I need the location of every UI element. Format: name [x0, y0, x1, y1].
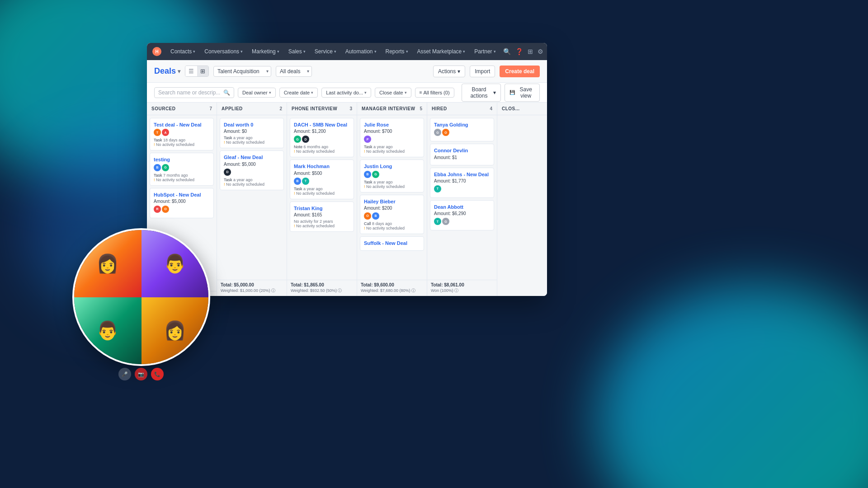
list-view-button[interactable]: ☰ — [185, 66, 197, 76]
settings-icon[interactable]: ⚙ — [538, 48, 543, 55]
deal-card-suffolk[interactable]: Suffolk - New Deal — [360, 236, 424, 251]
column-applied-total: Total: $5,000.00 — [221, 282, 283, 287]
deal-card-tanya-golding[interactable]: Tanya Golding G O — [430, 118, 494, 141]
deal-card-connor-devlin[interactable]: Connor Devlin Amount: $1 — [430, 144, 494, 165]
nav-sales[interactable]: Sales ▾ — [285, 47, 309, 56]
avatar: B — [372, 212, 379, 220]
deal-card-test-deal[interactable]: Test deal - New Deal T A Task 18 days ag… — [150, 118, 214, 150]
deal-card-ebba-johns[interactable]: Ebba Johns - New Deal Amount: $1,770 T — [430, 168, 494, 198]
bg-decoration-br — [597, 285, 868, 488]
nav-partner[interactable]: Partner ▾ — [471, 47, 499, 56]
close-date-chevron: ▾ — [405, 90, 407, 95]
apps-icon[interactable]: ⊞ — [528, 48, 533, 55]
avatar: B — [154, 164, 161, 171]
deal-card-hailey-bieber[interactable]: Hailey Bieber Amount: $200 O B Call 8 da… — [360, 195, 424, 234]
deal-card-justin-long-activity: Task a year ago — [364, 180, 420, 184]
avatar: G — [442, 218, 449, 225]
deals-filter[interactable]: All deals — [276, 66, 312, 77]
nav-asset-marketplace[interactable]: Asset Marketplace ▾ — [414, 47, 469, 56]
last-activity-chevron: ▾ — [364, 90, 367, 95]
deal-card-justin-long-avatars: B G — [364, 171, 420, 178]
column-applied-footer: Total: $5,000.00 Weighted: $1,000.00 (20… — [217, 280, 287, 296]
deal-card-tristan-king[interactable]: Tristan King Amount: $165 No activity fo… — [290, 202, 354, 232]
deal-card-julie-rose-amount: Amount: $700 — [364, 129, 420, 134]
help-icon[interactable]: ❓ — [515, 48, 523, 55]
video-participant-1: 👩 — [74, 230, 142, 297]
last-activity-filter[interactable]: Last activity do... ▾ — [321, 88, 371, 98]
deal-card-hailey-bieber-activity: Call 8 days ago — [364, 221, 420, 226]
save-view-button[interactable]: 💾 Save view — [505, 84, 540, 102]
column-phone-interview-name: PHONE INTERVIEW — [292, 106, 337, 111]
nav-marketing[interactable]: Marketing ▾ — [248, 47, 283, 56]
video-toggle-button[interactable]: 📷 — [135, 368, 147, 380]
avatar: T — [154, 129, 161, 136]
deal-card-ebba-johns-title: Ebba Johns - New Deal — [434, 171, 490, 178]
deal-card-justin-long-title: Justin Long — [364, 163, 420, 169]
board-actions-button[interactable]: Board actions ▾ — [462, 84, 501, 102]
deal-owner-filter[interactable]: Deal owner ▾ — [238, 88, 276, 98]
deal-card-mark-hochman[interactable]: Mark Hochman Amount: $500 B T Task a yea… — [290, 160, 354, 199]
deal-card-dach-no-activity: No activity scheduled — [294, 149, 350, 154]
deal-card-dach[interactable]: DACH - SMB New Deal Amount: $1,200 G D N… — [290, 118, 354, 157]
column-phone-interview: PHONE INTERVIEW 3 DACH - SMB New Deal Am… — [287, 103, 357, 296]
deal-card-justin-long[interactable]: Justin Long B G Task a year ago No activ… — [360, 160, 424, 192]
deal-card-gleaf-activity: Task a year ago — [224, 178, 280, 182]
hubspot-logo[interactable]: H — [152, 47, 161, 56]
view-toggle: ☰ ⊞ — [185, 66, 209, 77]
deal-card-hubspot-amount: Amount: $5,000 — [154, 199, 210, 204]
avatar: O — [442, 129, 449, 136]
column-phone-interview-header: PHONE INTERVIEW 3 — [287, 103, 357, 115]
deal-card-test-deal-title: Test deal - New Deal — [154, 122, 210, 128]
nav-reports[interactable]: Reports ▾ — [382, 47, 412, 56]
deal-card-julie-rose[interactable]: Julie Rose Amount: $700 P Task a year ag… — [360, 118, 424, 157]
column-sourced-name: SOURCED — [151, 106, 176, 111]
search-icon[interactable]: 🔍 — [503, 48, 511, 55]
nav-service[interactable]: Service ▾ — [311, 47, 340, 56]
deal-card-dach-avatars: G D — [294, 136, 350, 143]
nav-reports-chevron: ▾ — [406, 49, 408, 54]
deal-card-deal-worth-0-title: Deal worth 0 — [224, 122, 280, 128]
nav-service-chevron: ▾ — [334, 49, 336, 54]
all-filters-button[interactable]: ≡ All filters (0) — [415, 88, 454, 98]
participant-face-2: 👨 — [142, 230, 209, 297]
deal-card-test-deal-avatars: T A — [154, 129, 210, 136]
deal-card-deal-worth-0[interactable]: Deal worth 0 Amount: $0 Task a year ago … — [220, 118, 284, 148]
actions-button[interactable]: Actions ▾ — [433, 66, 465, 77]
pipeline-select[interactable]: Talent Acquisition — [213, 66, 271, 77]
column-phone-interview-cards: DACH - SMB New Deal Amount: $1,200 G D N… — [287, 115, 357, 280]
end-call-button[interactable]: 📞 — [151, 368, 164, 380]
svg-text:H: H — [155, 49, 158, 54]
deals-select[interactable]: All deals — [276, 66, 312, 77]
deal-card-gleaf[interactable]: Gleaf - New Deal Amount: $5,000 D Task a… — [220, 150, 284, 190]
close-date-filter[interactable]: Close date ▾ — [375, 88, 411, 98]
deal-card-hailey-bieber-no-activity: No activity scheduled — [364, 226, 420, 230]
import-button[interactable]: Import — [470, 66, 495, 77]
deal-card-dean-abbott-title: Dean Abbott — [434, 204, 490, 210]
deals-title[interactable]: Deals ▾ — [154, 66, 180, 76]
create-date-filter[interactable]: Create date ▾ — [279, 88, 318, 98]
deal-card-tristan-king-activity: No activity for 2 years — [294, 219, 350, 224]
mute-button[interactable]: 🎤 — [118, 368, 131, 380]
column-sourced-header: SOURCED 7 — [147, 103, 217, 115]
search-input[interactable] — [158, 89, 222, 96]
deal-card-testing-activity: Task 7 months ago — [154, 173, 210, 178]
deal-card-testing[interactable]: testing B G Task 7 months ago No activit… — [150, 153, 214, 185]
deal-card-dean-abbott[interactable]: Dean Abbott Amount: $6,290 T G — [430, 200, 494, 230]
deal-card-dean-abbott-amount: Amount: $6,290 — [434, 211, 490, 216]
column-phone-interview-total: Total: $1,865.00 — [291, 282, 353, 287]
search-box[interactable]: 🔍 — [154, 87, 234, 98]
avatar: D — [302, 136, 309, 143]
column-phone-interview-footer: Total: $1,865.00 Weighted: $932.50 (50%)… — [287, 280, 357, 296]
nav-sales-chevron: ▾ — [303, 49, 306, 54]
board-view-button[interactable]: ⊞ — [197, 66, 208, 76]
deals-toolbar: Deals ▾ ☰ ⊞ Talent Acquisition All deals… — [147, 60, 547, 83]
nav-contacts[interactable]: Contacts ▾ — [167, 47, 199, 56]
pipeline-filter[interactable]: Talent Acquisition — [213, 66, 271, 77]
nav-automation[interactable]: Automation ▾ — [342, 47, 380, 56]
nav-conversations[interactable]: Conversations ▾ — [201, 47, 246, 56]
nav-partner-chevron: ▾ — [494, 49, 496, 54]
create-deal-button[interactable]: Create deal — [500, 66, 540, 77]
column-applied: APPLIED 2 Deal worth 0 Amount: $0 Task a… — [217, 103, 287, 296]
deal-card-hubspot[interactable]: HubSpot - New Deal Amount: $5,000 R O — [150, 188, 214, 218]
avatar: O — [364, 212, 371, 220]
